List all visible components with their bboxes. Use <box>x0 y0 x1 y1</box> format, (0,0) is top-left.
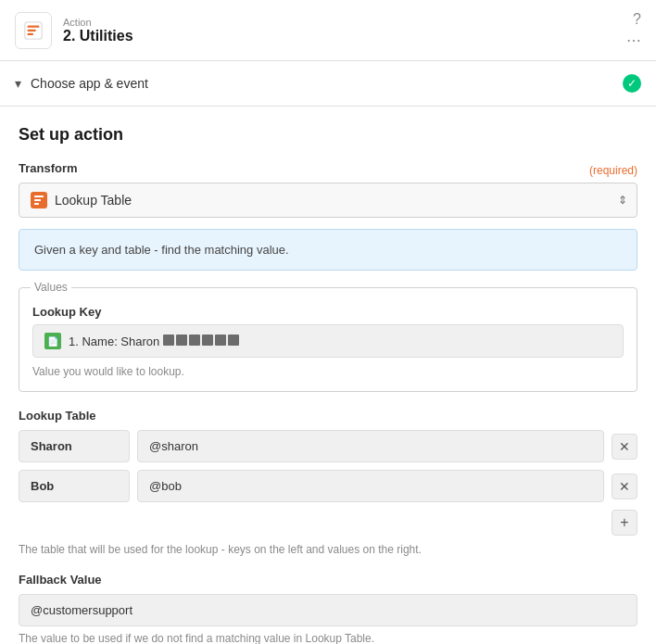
table-row-sharon: Sharon @sharon ✕ <box>19 430 637 462</box>
values-group-label: Values <box>31 281 71 294</box>
app-icon <box>15 12 52 49</box>
fallback-value[interactable]: @customersupport <box>19 594 637 626</box>
header-text: Action 2. Utilities <box>63 17 626 44</box>
lookup-table-label: Lookup Table <box>19 409 637 423</box>
transform-select-value: Lookup Table <box>55 193 132 208</box>
transform-select[interactable]: Lookup Table ⇕ <box>19 183 637 218</box>
transform-select-wrapper: Lookup Table ⇕ <box>19 183 637 218</box>
main-content: Set up action Transform (required) Looku… <box>0 107 656 644</box>
table-value-bob[interactable]: @bob <box>137 470 604 502</box>
lookup-key-value[interactable]: 📄 1. Name: Sharon <box>32 324 624 358</box>
transform-field-row: Transform (required) <box>19 161 637 179</box>
add-row-button[interactable]: + <box>612 510 637 536</box>
fallback-hint: The value to be used if we do not find a… <box>19 632 637 644</box>
svg-rect-4 <box>34 196 44 197</box>
section-label: Choose app & event <box>31 76 623 91</box>
chevron-icon: ▾ <box>15 76 21 91</box>
svg-rect-1 <box>28 25 40 27</box>
remove-sharon-button[interactable]: ✕ <box>612 434 637 460</box>
help-icon[interactable]: ? <box>633 11 641 28</box>
transform-chevron-icon: ⇕ <box>618 194 627 207</box>
blurred-blocks <box>163 335 239 346</box>
svg-rect-2 <box>28 29 36 31</box>
remove-bob-button[interactable]: ✕ <box>612 474 637 499</box>
app-header: Action 2. Utilities ? ⋯ <box>0 0 656 61</box>
lookup-key-text: 1. Name: Sharon <box>69 335 239 348</box>
svg-rect-6 <box>34 203 39 205</box>
table-row-bob: Bob @bob ✕ <box>19 470 637 502</box>
table-hint: The table that will be used for the look… <box>19 543 637 556</box>
more-icon[interactable]: ⋯ <box>626 32 641 49</box>
required-label: (required) <box>589 164 637 177</box>
info-box: Given a key and table - find the matchin… <box>19 229 637 271</box>
info-text: Given a key and table - find the matchin… <box>34 243 289 257</box>
setup-title: Set up action <box>19 125 637 145</box>
lookup-key-hint: Value you would like to lookup. <box>32 365 624 378</box>
table-value-sharon[interactable]: @sharon <box>137 430 604 462</box>
header-actions: ? ⋯ <box>626 11 641 49</box>
fallback-label: Fallback Value <box>19 573 637 587</box>
values-section: Values Lookup Key 📄 1. Name: Sharon Valu… <box>19 287 637 392</box>
choose-app-event-row[interactable]: ▾ Choose app & event ✓ <box>0 61 656 107</box>
svg-rect-5 <box>34 199 41 201</box>
action-label: Action <box>63 17 626 28</box>
transform-label: Transform <box>19 161 78 175</box>
doc-icon: 📄 <box>44 333 61 349</box>
lookup-key-label: Lookup Key <box>32 305 624 319</box>
svg-rect-3 <box>28 32 33 34</box>
transform-select-icon <box>31 192 47 208</box>
table-key-sharon[interactable]: Sharon <box>19 430 130 462</box>
check-circle-icon: ✓ <box>623 74 641 93</box>
action-title: 2. Utilities <box>63 28 626 44</box>
table-key-bob[interactable]: Bob <box>19 470 130 502</box>
